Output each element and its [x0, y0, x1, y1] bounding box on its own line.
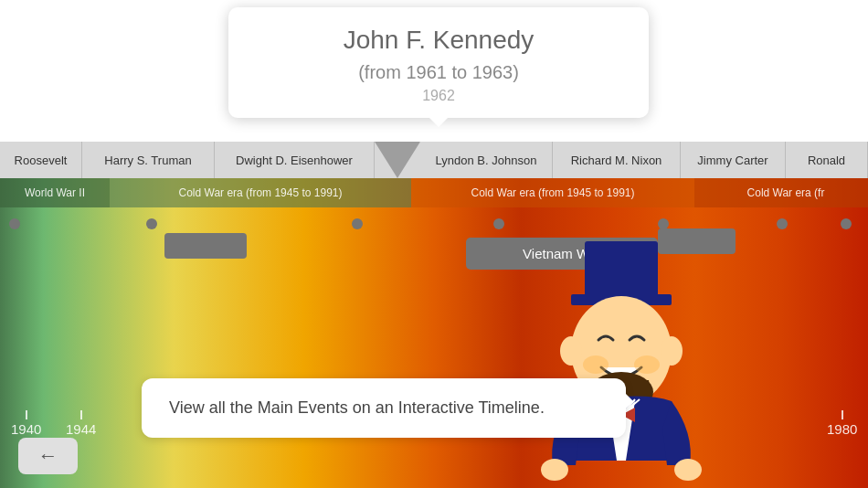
president-roosevelt[interactable]: Roosevelt — [0, 142, 82, 178]
dot-3[interactable] — [352, 218, 363, 229]
president-truman[interactable]: Harry S. Truman — [82, 142, 215, 178]
svg-point-9 — [634, 355, 660, 374]
year-1980: 1980 — [827, 410, 857, 437]
svg-point-4 — [560, 336, 582, 366]
svg-point-7 — [674, 459, 702, 481]
era-cold-war-3: Cold War era (fr — [694, 178, 868, 207]
svg-rect-0 — [585, 241, 658, 296]
president-kennedy[interactable] — [375, 142, 420, 178]
president-reagan[interactable]: Ronald — [786, 142, 868, 178]
president-carter[interactable]: Jimmy Carter — [681, 142, 786, 178]
president-popup: John F. Kennedy (from 1961 to 1963) 1962 — [228, 7, 649, 118]
speech-bubble: View all the Main Events on an Interacti… — [142, 378, 626, 438]
dot-4[interactable] — [493, 218, 504, 229]
president-eisenhower[interactable]: Dwight D. Eisenhower — [215, 142, 375, 178]
president-johnson[interactable]: Lyndon B. Johnson — [420, 142, 553, 178]
abe-lincoln-character — [521, 232, 722, 488]
era-cold-war-1: Cold War era (from 1945 to 1991) — [110, 178, 411, 207]
president-years: (from 1961 to 1963) — [256, 62, 621, 83]
dot-7[interactable] — [841, 218, 852, 229]
back-button[interactable]: ← — [18, 438, 78, 474]
era-bar: World War II Cold War era (from 1945 to … — [0, 178, 868, 207]
president-nixon[interactable]: Richard M. Nixon — [553, 142, 681, 178]
year-1944: 1944 — [66, 410, 96, 437]
dot-2[interactable] — [146, 218, 157, 229]
presidents-bar: Roosevelt Harry S. Truman Dwight D. Eise… — [0, 142, 868, 178]
dot-6[interactable] — [777, 218, 788, 229]
back-arrow-icon: ← — [38, 444, 58, 468]
svg-point-8 — [583, 355, 609, 374]
timeline-dots — [0, 215, 868, 233]
svg-point-6 — [541, 459, 568, 481]
year-1940: 1940 — [11, 410, 41, 437]
era-cold-war-2: Cold War era (from 1945 to 1991) — [411, 178, 694, 207]
svg-point-5 — [661, 336, 683, 366]
dot-1[interactable] — [9, 218, 20, 229]
event-block-1[interactable] — [164, 233, 247, 259]
president-name: John F. Kennedy — [256, 26, 621, 55]
era-wwii: World War II — [0, 178, 110, 207]
year-marker: 1962 — [256, 88, 621, 104]
speech-text: View all the Main Events on an Interacti… — [169, 398, 545, 417]
